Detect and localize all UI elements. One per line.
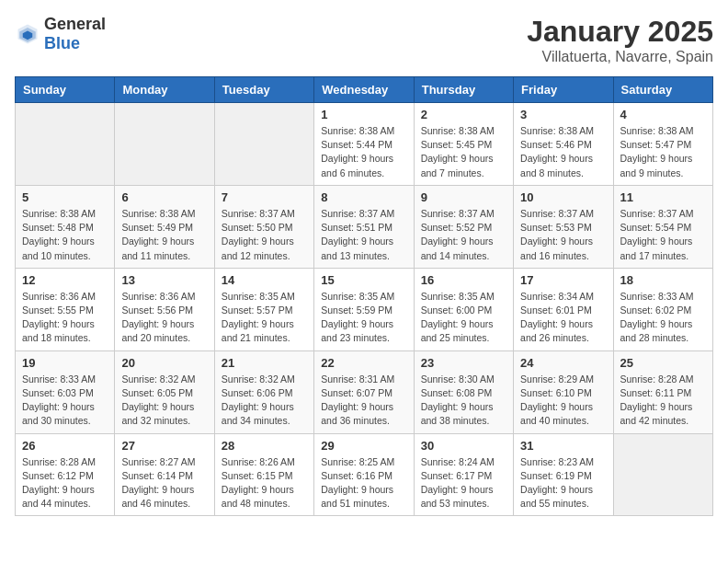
- calendar-cell: 1Sunrise: 8:38 AM Sunset: 5:44 PM Daylig…: [314, 103, 414, 186]
- day-number: 31: [520, 439, 606, 453]
- calendar-cell: 7Sunrise: 8:37 AM Sunset: 5:50 PM Daylig…: [214, 185, 313, 268]
- day-info: Sunrise: 8:30 AM Sunset: 6:08 PM Dayligh…: [421, 373, 506, 429]
- day-info: Sunrise: 8:36 AM Sunset: 5:55 PM Dayligh…: [22, 290, 108, 346]
- location-subtitle: Villatuerta, Navarre, Spain: [527, 49, 713, 65]
- day-number: 25: [620, 356, 706, 370]
- day-info: Sunrise: 8:38 AM Sunset: 5:44 PM Dayligh…: [321, 124, 406, 180]
- calendar-cell: 13Sunrise: 8:36 AM Sunset: 5:56 PM Dayli…: [115, 268, 214, 350]
- calendar-cell: 21Sunrise: 8:32 AM Sunset: 6:06 PM Dayli…: [214, 350, 313, 433]
- calendar-cell: 9Sunrise: 8:37 AM Sunset: 5:52 PM Daylig…: [414, 185, 513, 268]
- day-number: 12: [22, 273, 108, 287]
- calendar-cell: 15Sunrise: 8:35 AM Sunset: 5:59 PM Dayli…: [314, 268, 414, 350]
- logo-icon: [15, 21, 40, 47]
- day-info: Sunrise: 8:37 AM Sunset: 5:54 PM Dayligh…: [620, 207, 706, 263]
- day-number: 27: [121, 439, 207, 453]
- calendar-cell: 18Sunrise: 8:33 AM Sunset: 6:02 PM Dayli…: [613, 268, 712, 350]
- day-number: 16: [421, 273, 506, 287]
- day-number: 15: [321, 273, 406, 287]
- logo-text: General Blue: [44, 15, 106, 53]
- day-number: 26: [22, 439, 108, 453]
- calendar-cell: 6Sunrise: 8:38 AM Sunset: 5:49 PM Daylig…: [115, 185, 214, 268]
- day-number: 2: [421, 108, 506, 121]
- day-info: Sunrise: 8:37 AM Sunset: 5:52 PM Dayligh…: [421, 207, 506, 263]
- weekday-header-saturday: Saturday: [613, 77, 712, 103]
- calendar-cell: [613, 433, 712, 516]
- day-info: Sunrise: 8:38 AM Sunset: 5:45 PM Dayligh…: [421, 124, 506, 180]
- day-number: 9: [421, 190, 506, 204]
- day-number: 1: [321, 108, 406, 121]
- day-number: 14: [222, 273, 307, 287]
- day-number: 19: [22, 356, 108, 370]
- weekday-header-row: SundayMondayTuesdayWednesdayThursdayFrid…: [16, 77, 713, 103]
- day-info: Sunrise: 8:28 AM Sunset: 6:11 PM Dayligh…: [620, 373, 706, 429]
- calendar-cell: 31Sunrise: 8:23 AM Sunset: 6:19 PM Dayli…: [514, 433, 613, 516]
- logo: General Blue: [15, 15, 106, 53]
- calendar-cell: 16Sunrise: 8:35 AM Sunset: 6:00 PM Dayli…: [414, 268, 513, 350]
- calendar-cell: 10Sunrise: 8:37 AM Sunset: 5:53 PM Dayli…: [514, 185, 613, 268]
- day-number: 21: [222, 356, 307, 370]
- calendar-cell: 28Sunrise: 8:26 AM Sunset: 6:15 PM Dayli…: [214, 433, 313, 516]
- day-number: 29: [321, 439, 406, 453]
- day-info: Sunrise: 8:37 AM Sunset: 5:53 PM Dayligh…: [520, 207, 606, 263]
- calendar-cell: 5Sunrise: 8:38 AM Sunset: 5:48 PM Daylig…: [16, 185, 115, 268]
- day-number: 6: [121, 190, 207, 204]
- day-info: Sunrise: 8:25 AM Sunset: 6:16 PM Dayligh…: [321, 455, 406, 511]
- day-number: 28: [222, 439, 307, 453]
- day-info: Sunrise: 8:36 AM Sunset: 5:56 PM Dayligh…: [121, 290, 207, 346]
- day-number: 18: [620, 273, 706, 287]
- week-row-2: 5Sunrise: 8:38 AM Sunset: 5:48 PM Daylig…: [16, 185, 713, 268]
- calendar-cell: 30Sunrise: 8:24 AM Sunset: 6:17 PM Dayli…: [414, 433, 513, 516]
- week-row-4: 19Sunrise: 8:33 AM Sunset: 6:03 PM Dayli…: [16, 350, 713, 433]
- day-number: 30: [421, 439, 506, 453]
- day-number: 4: [620, 108, 706, 121]
- calendar-cell: 26Sunrise: 8:28 AM Sunset: 6:12 PM Dayli…: [16, 433, 115, 516]
- weekday-header-tuesday: Tuesday: [214, 77, 313, 103]
- calendar-cell: 29Sunrise: 8:25 AM Sunset: 6:16 PM Dayli…: [314, 433, 414, 516]
- day-info: Sunrise: 8:33 AM Sunset: 6:03 PM Dayligh…: [22, 373, 108, 429]
- day-number: 8: [321, 190, 406, 204]
- day-number: 20: [121, 356, 207, 370]
- day-info: Sunrise: 8:23 AM Sunset: 6:19 PM Dayligh…: [520, 455, 606, 511]
- day-info: Sunrise: 8:32 AM Sunset: 6:06 PM Dayligh…: [222, 373, 307, 429]
- day-info: Sunrise: 8:37 AM Sunset: 5:50 PM Dayligh…: [222, 207, 307, 263]
- calendar-cell: 2Sunrise: 8:38 AM Sunset: 5:45 PM Daylig…: [414, 103, 513, 186]
- month-year-title: January 2025: [527, 15, 713, 49]
- day-number: 13: [121, 273, 207, 287]
- week-row-3: 12Sunrise: 8:36 AM Sunset: 5:55 PM Dayli…: [16, 268, 713, 350]
- day-number: 5: [22, 190, 108, 204]
- weekday-header-friday: Friday: [514, 77, 613, 103]
- day-info: Sunrise: 8:35 AM Sunset: 5:57 PM Dayligh…: [222, 290, 307, 346]
- calendar-cell: 25Sunrise: 8:28 AM Sunset: 6:11 PM Dayli…: [613, 350, 712, 433]
- day-number: 22: [321, 356, 406, 370]
- calendar-cell: 20Sunrise: 8:32 AM Sunset: 6:05 PM Dayli…: [115, 350, 214, 433]
- calendar-cell: 23Sunrise: 8:30 AM Sunset: 6:08 PM Dayli…: [414, 350, 513, 433]
- day-info: Sunrise: 8:24 AM Sunset: 6:17 PM Dayligh…: [421, 455, 506, 511]
- calendar-cell: 22Sunrise: 8:31 AM Sunset: 6:07 PM Dayli…: [314, 350, 414, 433]
- weekday-header-sunday: Sunday: [16, 77, 115, 103]
- calendar-cell: [115, 103, 214, 186]
- calendar-cell: 24Sunrise: 8:29 AM Sunset: 6:10 PM Dayli…: [514, 350, 613, 433]
- calendar-cell: 11Sunrise: 8:37 AM Sunset: 5:54 PM Dayli…: [613, 185, 712, 268]
- day-number: 17: [520, 273, 606, 287]
- calendar-cell: [214, 103, 313, 186]
- calendar-cell: 8Sunrise: 8:37 AM Sunset: 5:51 PM Daylig…: [314, 185, 414, 268]
- day-info: Sunrise: 8:37 AM Sunset: 5:51 PM Dayligh…: [321, 207, 406, 263]
- day-number: 10: [520, 190, 606, 204]
- weekday-header-monday: Monday: [115, 77, 214, 103]
- calendar-cell: [16, 103, 115, 186]
- day-info: Sunrise: 8:38 AM Sunset: 5:47 PM Dayligh…: [620, 124, 706, 180]
- calendar-cell: 4Sunrise: 8:38 AM Sunset: 5:47 PM Daylig…: [613, 103, 712, 186]
- calendar-cell: 19Sunrise: 8:33 AM Sunset: 6:03 PM Dayli…: [16, 350, 115, 433]
- calendar-table: SundayMondayTuesdayWednesdayThursdayFrid…: [15, 76, 713, 516]
- calendar-cell: 27Sunrise: 8:27 AM Sunset: 6:14 PM Dayli…: [115, 433, 214, 516]
- day-info: Sunrise: 8:38 AM Sunset: 5:49 PM Dayligh…: [121, 207, 207, 263]
- day-info: Sunrise: 8:26 AM Sunset: 6:15 PM Dayligh…: [222, 455, 307, 511]
- weekday-header-wednesday: Wednesday: [314, 77, 414, 103]
- title-block: January 2025 Villatuerta, Navarre, Spain: [527, 15, 713, 65]
- calendar-cell: 17Sunrise: 8:34 AM Sunset: 6:01 PM Dayli…: [514, 268, 613, 350]
- day-number: 24: [520, 356, 606, 370]
- day-info: Sunrise: 8:35 AM Sunset: 5:59 PM Dayligh…: [321, 290, 406, 346]
- calendar-cell: 3Sunrise: 8:38 AM Sunset: 5:46 PM Daylig…: [514, 103, 613, 186]
- day-info: Sunrise: 8:28 AM Sunset: 6:12 PM Dayligh…: [22, 455, 108, 511]
- calendar-cell: 14Sunrise: 8:35 AM Sunset: 5:57 PM Dayli…: [214, 268, 313, 350]
